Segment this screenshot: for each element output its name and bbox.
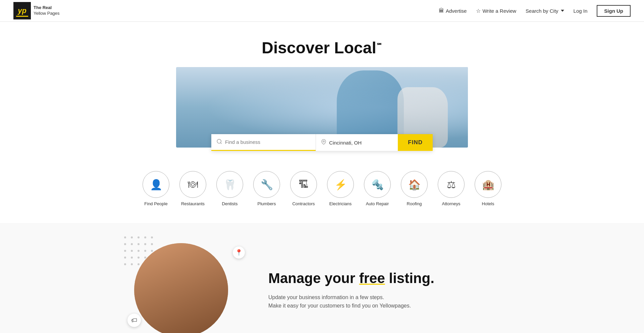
decorative-dot xyxy=(124,243,126,245)
category-label-roofing: Roofing xyxy=(407,201,422,206)
decorative-dot xyxy=(124,236,126,238)
category-icon-hotels: 🏨 xyxy=(475,171,501,198)
manage-image-area: 📍 🏷 xyxy=(134,243,241,333)
logo-tagline-line1: The Real xyxy=(34,5,60,11)
category-item-plumbers[interactable]: 🔧Plumbers xyxy=(253,171,280,206)
svg-point-1 xyxy=(323,141,324,142)
login-label: Log In xyxy=(574,8,588,14)
manage-listing-section: 📍 🏷 Manage your free listing. Update you… xyxy=(0,223,644,333)
category-label-restaurants: Restaurants xyxy=(181,201,205,206)
search-input-wrapper xyxy=(211,134,316,151)
hero-title-text: Discover Local xyxy=(262,39,376,57)
map-pin-icon: 📍 xyxy=(233,246,245,259)
main-content: Discover Local℠ xyxy=(0,22,644,333)
manage-subtext: Update your business information in a fe… xyxy=(268,293,510,310)
category-label-hotels: Hotels xyxy=(482,201,494,206)
advertise-label: Advertise xyxy=(446,8,467,14)
category-icon-contractors: 🏗 xyxy=(290,171,317,198)
search-by-city-link[interactable]: Search by City xyxy=(526,8,564,14)
search-icon xyxy=(216,138,222,146)
category-label-attorneys: Attorneys xyxy=(442,201,461,206)
location-pin-icon xyxy=(321,139,326,146)
category-label-electricians: Electricians xyxy=(329,201,352,206)
header: yp The Real Yellow Pages 🏛 Advertise ☆ W… xyxy=(0,0,644,22)
decorative-dot xyxy=(144,236,146,238)
svg-point-0 xyxy=(217,139,221,143)
decorative-dot xyxy=(124,263,126,265)
manage-listing-inner: 📍 🏷 Manage your free listing. Update you… xyxy=(121,243,523,333)
manage-circle-photo xyxy=(134,243,228,333)
logo-underline xyxy=(16,16,28,17)
business-search-input[interactable] xyxy=(225,134,311,150)
advertise-icon: 🏛 xyxy=(439,8,444,14)
advertise-link[interactable]: 🏛 Advertise xyxy=(439,8,467,14)
write-review-label: Write a Review xyxy=(482,8,516,14)
manage-heading-pre: Manage your xyxy=(268,270,359,286)
category-icon-find-people: 👤 xyxy=(143,171,169,198)
chevron-down-icon xyxy=(561,10,564,12)
signup-label: Sign Up xyxy=(604,8,623,14)
category-item-hotels[interactable]: 🏨Hotels xyxy=(475,171,501,206)
category-item-attorneys[interactable]: ⚖Attorneys xyxy=(438,171,465,206)
category-item-dentists[interactable]: 🦷Dentists xyxy=(216,171,243,206)
decorative-dot xyxy=(124,250,126,252)
category-label-find-people: Find People xyxy=(144,201,167,206)
search-by-city-label: Search by City xyxy=(526,8,558,14)
decorative-dot xyxy=(131,243,133,245)
main-nav: 🏛 Advertise ☆ Write a Review Search by C… xyxy=(439,5,631,17)
category-item-electricians[interactable]: ⚡Electricians xyxy=(327,171,354,206)
category-item-contractors[interactable]: 🏗Contractors xyxy=(290,171,317,206)
category-icon-restaurants: 🍽 xyxy=(179,171,206,198)
login-link[interactable]: Log In xyxy=(574,8,588,14)
manage-subtext-line2: Make it easy for your customers to find … xyxy=(268,303,411,309)
hero-title-sup: ℠ xyxy=(376,42,382,49)
hero-title: Discover Local℠ xyxy=(0,39,644,57)
logo-tagline: The Real Yellow Pages xyxy=(34,5,60,16)
logo-tagline-line2: Yellow Pages xyxy=(34,11,60,16)
write-review-link[interactable]: ☆ Write a Review xyxy=(476,8,516,14)
location-input-wrapper xyxy=(316,134,398,151)
decorative-dot xyxy=(131,236,133,238)
category-icon-plumbers: 🔧 xyxy=(253,171,280,198)
star-icon: ☆ xyxy=(476,8,481,14)
decorative-dot xyxy=(138,236,140,238)
category-label-contractors: Contractors xyxy=(292,201,315,206)
category-label-dentists: Dentists xyxy=(222,201,238,206)
categories-grid: 👤Find People🍽Restaurants🦷Dentists🔧Plumbe… xyxy=(143,171,501,206)
hero-section: Discover Local℠ xyxy=(0,22,644,148)
categories-section: 👤Find People🍽Restaurants🦷Dentists🔧Plumbe… xyxy=(0,158,644,223)
manage-photo-inner xyxy=(134,243,228,333)
decorative-dot xyxy=(131,263,133,265)
search-bar-wrapper: FIND xyxy=(0,134,644,158)
price-tag-icon: 🏷 xyxy=(127,314,141,327)
category-item-auto-repair[interactable]: 🔩Auto Repair xyxy=(364,171,391,206)
signup-button[interactable]: Sign Up xyxy=(597,5,631,17)
decorative-dot xyxy=(151,236,153,238)
category-icon-dentists: 🦷 xyxy=(216,171,243,198)
manage-heading-free: free xyxy=(359,270,385,286)
yp-logo-text: yp xyxy=(18,6,26,15)
category-item-roofing[interactable]: 🏠Roofing xyxy=(401,171,428,206)
category-icon-attorneys: ⚖ xyxy=(438,171,465,198)
category-icon-electricians: ⚡ xyxy=(327,171,354,198)
manage-heading: Manage your free listing. xyxy=(268,270,510,287)
manage-heading-post: listing. xyxy=(385,270,434,286)
decorative-dot xyxy=(124,257,126,259)
category-icon-auto-repair: 🔩 xyxy=(364,171,391,198)
category-icon-roofing: 🏠 xyxy=(401,171,428,198)
category-label-auto-repair: Auto Repair xyxy=(366,201,389,206)
logo-link[interactable]: yp The Real Yellow Pages xyxy=(13,2,60,19)
manage-subtext-line1: Update your business information in a fe… xyxy=(268,294,384,300)
find-button[interactable]: FIND xyxy=(398,134,433,151)
decorative-dot xyxy=(131,250,133,252)
decorative-dot xyxy=(131,257,133,259)
logo-box: yp xyxy=(13,2,31,19)
find-button-label: FIND xyxy=(408,139,423,146)
category-item-find-people[interactable]: 👤Find People xyxy=(143,171,169,206)
category-label-plumbers: Plumbers xyxy=(258,201,276,206)
location-input[interactable] xyxy=(329,135,393,151)
search-bar: FIND xyxy=(211,134,433,151)
category-item-restaurants[interactable]: 🍽Restaurants xyxy=(179,171,206,206)
manage-text-area: Manage your free listing. Update your bu… xyxy=(268,270,510,310)
